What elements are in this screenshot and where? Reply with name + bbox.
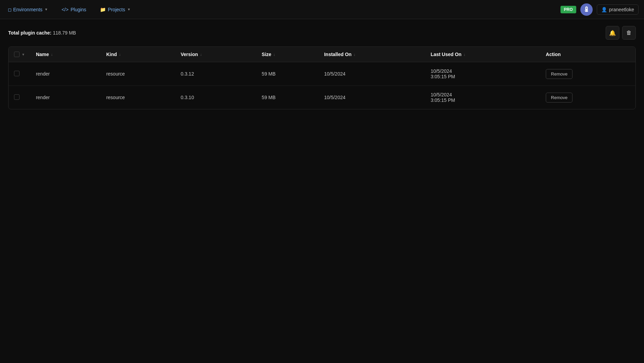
kind-sort-icon: ↓ (119, 52, 121, 56)
main-content: Total plugin cache: 118.79 MB 🔔 🗑 ▼ (0, 19, 644, 116)
trash-icon: 🗑 (626, 30, 632, 36)
cache-info-row: Total plugin cache: 118.79 MB 🔔 🗑 (8, 26, 636, 40)
installed-on-sort-icon: ↓ (353, 52, 356, 56)
plugins-nav[interactable]: </> Plugins (59, 5, 89, 14)
header-expand-icon: ▼ (22, 53, 25, 56)
version-sort-icon: ↓ (200, 52, 202, 56)
row1-installed-on: 10/5/2024 (319, 62, 425, 86)
plugins-icon: </> (62, 7, 68, 12)
row2-checkbox-cell (9, 86, 30, 109)
row2-action-cell: Remove (540, 86, 635, 109)
header-checkbox-cell: ▼ (9, 47, 30, 62)
select-all-checkbox[interactable] (14, 52, 20, 57)
header-action: Action (540, 47, 635, 62)
row2-size: 59 MB (256, 86, 319, 109)
row1-action-cell: Remove (540, 62, 635, 86)
username: praneetloke (609, 7, 634, 12)
header-size[interactable]: Size ↓ (256, 47, 319, 62)
terminal-icon: □ (8, 7, 11, 12)
linux-avatar (580, 3, 593, 16)
header-installed-on[interactable]: Installed On ↓ (319, 47, 425, 62)
plugins-table-container: ▼ Name ↓ Kind ↓ (8, 46, 636, 109)
plugins-table: ▼ Name ↓ Kind ↓ (9, 47, 635, 109)
row1-kind: resource (101, 62, 175, 86)
plugins-label: Plugins (70, 7, 86, 12)
row1-version: 0.3.12 (175, 62, 256, 86)
table-row: render resource 0.3.12 59 MB 10/5/2024 (9, 62, 635, 86)
row1-checkbox[interactable] (14, 71, 20, 76)
user-icon: 👤 (601, 7, 607, 12)
header-name[interactable]: Name ↓ (30, 47, 101, 62)
user-menu[interactable]: 👤 praneetloke (597, 4, 639, 15)
row1-name: render (30, 62, 101, 86)
row2-remove-button[interactable]: Remove (546, 93, 572, 103)
toolbar-icons: 🔔 🗑 (606, 26, 636, 40)
environments-chevron: ▼ (44, 8, 48, 11)
row2-checkbox[interactable] (14, 94, 20, 100)
projects-label: Projects (108, 7, 125, 12)
navbar: □ Environments ▼ </> Plugins 📁 Projects … (0, 0, 644, 19)
header-version[interactable]: Version ↓ (175, 47, 256, 62)
environments-nav[interactable]: □ Environments ▼ (5, 5, 51, 14)
projects-folder-icon: 📁 (100, 7, 106, 12)
name-sort-icon: ↓ (51, 52, 53, 56)
navbar-left: □ Environments ▼ </> Plugins 📁 Projects … (5, 5, 561, 14)
table-body: render resource 0.3.12 59 MB 10/5/2024 (9, 62, 635, 109)
size-sort-icon: ↓ (273, 52, 275, 56)
row1-last-used-on: 10/5/2024 3:05:15 PM (425, 62, 540, 86)
environments-label: Environments (13, 7, 42, 12)
last-used-on-sort-icon: ↓ (464, 52, 466, 56)
row2-kind: resource (101, 86, 175, 109)
projects-chevron: ▼ (127, 8, 131, 11)
row2-installed-on: 10/5/2024 (319, 86, 425, 109)
row2-version: 0.3.10 (175, 86, 256, 109)
cache-value: 118.79 MB (53, 30, 76, 36)
table-header: ▼ Name ↓ Kind ↓ (9, 47, 635, 62)
cache-info-text: Total plugin cache: 118.79 MB (8, 30, 76, 36)
trash-button[interactable]: 🗑 (622, 26, 636, 40)
notification-button[interactable]: 🔔 (606, 26, 619, 40)
linux-icon (583, 6, 590, 13)
row1-checkbox-cell (9, 62, 30, 86)
projects-nav[interactable]: 📁 Projects ▼ (97, 5, 133, 14)
header-kind[interactable]: Kind ↓ (101, 47, 175, 62)
pro-badge: PRO (561, 6, 576, 13)
navbar-right: PRO 👤 praneetloke (561, 3, 639, 16)
row1-size: 59 MB (256, 62, 319, 86)
row2-last-used-on: 10/5/2024 3:05:15 PM (425, 86, 540, 109)
header-last-used-on[interactable]: Last Used On ↓ (425, 47, 540, 62)
row1-remove-button[interactable]: Remove (546, 69, 572, 79)
table-row: render resource 0.3.10 59 MB 10/5/2024 (9, 86, 635, 109)
bell-icon: 🔔 (609, 30, 616, 36)
row2-name: render (30, 86, 101, 109)
cache-label: Total plugin cache: (8, 30, 52, 36)
